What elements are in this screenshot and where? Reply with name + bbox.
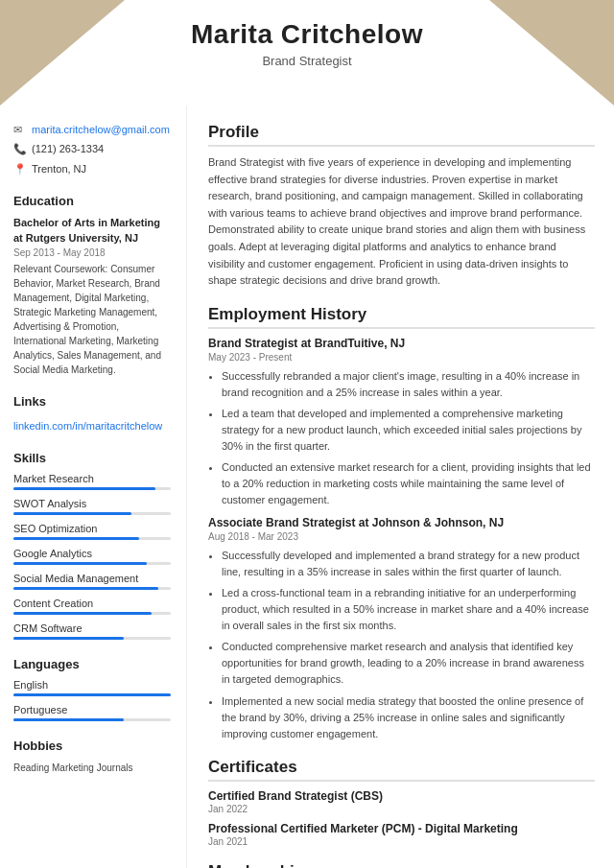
employment-section-title: Employment History [208, 305, 595, 329]
skill-swot: SWOT Analysis [13, 498, 171, 515]
skill-crm: CRM Software [13, 622, 171, 640]
skill-bar-fill-crm [13, 637, 124, 640]
job-2-dates: Aug 2018 - Mar 2023 [208, 531, 595, 542]
cert-2: Professional Certified Marketer (PCM) - … [208, 822, 595, 847]
skill-bar-fill-seo [13, 537, 139, 540]
skill-bar-fill-content-creation [13, 612, 152, 615]
job-1-dates: May 2023 - Present [208, 352, 595, 363]
resume-container: Marita Critchelow Brand Strategist ✉ mar… [0, 0, 614, 868]
profile-section-title: Profile [208, 123, 595, 147]
education-section: Education Bachelor of Arts in Marketing … [13, 194, 171, 377]
job-1: Brand Strategist at BrandTuitive, NJ May… [208, 337, 595, 508]
location-item: 📍 Trenton, NJ [13, 162, 171, 176]
job-2-bullet-3: Conducted comprehensive market research … [222, 639, 595, 688]
skill-bar-bg-social-media [13, 587, 171, 590]
phone-number: (121) 263-1334 [32, 142, 104, 156]
header-text: Marita Critchelow Brand Strategist [0, 19, 614, 68]
lang-bar-fill-english [13, 693, 171, 696]
skill-bar-bg-market-research [13, 487, 171, 490]
skills-title: Skills [13, 451, 171, 465]
sidebar: ✉ marita.critchelow@gmail.com 📞 (121) 26… [0, 106, 187, 868]
cert-1: Certified Brand Strategist (CBS) Jan 202… [208, 789, 595, 814]
job-2-title: Associate Brand Strategist at Johnson & … [208, 516, 595, 529]
lang-bar-bg-english [13, 693, 171, 696]
skill-label-social-media: Social Media Management [13, 573, 171, 584]
skill-bar-bg-google-analytics [13, 562, 171, 565]
job-1-bullet-1: Successfully rebranded a major client's … [222, 368, 595, 401]
job-2-bullet-4: Implemented a new social media strategy … [222, 693, 595, 742]
location-text: Trenton, NJ [32, 162, 86, 176]
skill-bar-bg-crm [13, 637, 171, 640]
education-title: Education [13, 194, 171, 208]
job-2-bullet-2: Led a cross-functional team in a rebrand… [222, 585, 595, 634]
skill-seo: SEO Optimization [13, 523, 171, 540]
hobbies-text: Reading Marketing Journals [13, 761, 171, 775]
profile-section: Profile Brand Strategist with five years… [208, 123, 595, 290]
skill-label-seo: SEO Optimization [13, 523, 171, 534]
skill-social-media: Social Media Management [13, 573, 171, 590]
languages-section: Languages English Portuguese [13, 657, 171, 721]
languages-title: Languages [13, 657, 171, 671]
memberships-section-title: Memberships [208, 862, 595, 868]
skill-label-content-creation: Content Creation [13, 598, 171, 609]
skill-bar-bg-content-creation [13, 612, 171, 615]
linkedin-link[interactable]: linkedin.com/in/maritacritchelow [13, 420, 162, 432]
candidate-name: Marita Critchelow [0, 19, 614, 50]
memberships-section: Memberships American Marketing Associati… [208, 862, 595, 868]
contact-section: ✉ marita.critchelow@gmail.com 📞 (121) 26… [13, 123, 171, 176]
lang-english: English [13, 679, 171, 696]
edu-degree: Bachelor of Arts in Marketing at Rutgers… [13, 216, 171, 246]
hobbies-title: Hobbies [13, 739, 171, 753]
job-2-bullets: Successfully developed and implemented a… [208, 548, 595, 742]
cert-2-date: Jan 2021 [208, 836, 595, 847]
lang-bar-fill-portuguese [13, 718, 124, 721]
phone-item: 📞 (121) 263-1334 [13, 142, 171, 156]
certificates-section-title: Certificates [208, 758, 595, 782]
cert-2-name: Professional Certified Marketer (PCM) - … [208, 822, 595, 835]
edu-courses: Relevant Coursework: Consumer Behavior, … [13, 262, 171, 377]
skill-bar-bg-swot [13, 512, 171, 515]
email-item: ✉ marita.critchelow@gmail.com [13, 123, 171, 137]
skill-label-swot: SWOT Analysis [13, 498, 171, 509]
hobbies-section: Hobbies Reading Marketing Journals [13, 739, 171, 775]
lang-label-portuguese: Portuguese [13, 704, 171, 716]
email-icon: ✉ [13, 123, 27, 137]
skill-bar-fill-social-media [13, 587, 158, 590]
skill-market-research: Market Research [13, 473, 171, 490]
links-section: Links linkedin.com/in/maritacritchelow [13, 394, 171, 434]
employment-section: Employment History Brand Strategist at B… [208, 305, 595, 742]
lang-bar-bg-portuguese [13, 718, 171, 721]
job-1-bullets: Successfully rebranded a major client's … [208, 368, 595, 508]
edu-dates: Sep 2013 - May 2018 [13, 247, 171, 258]
links-title: Links [13, 394, 171, 409]
skills-section: Skills Market Research SWOT Analysis SEO… [13, 451, 171, 640]
email-link[interactable]: marita.critchelow@gmail.com [32, 123, 170, 137]
skill-label-crm: CRM Software [13, 622, 171, 634]
lang-portuguese: Portuguese [13, 704, 171, 721]
job-1-title: Brand Strategist at BrandTuitive, NJ [208, 337, 595, 350]
body-area: ✉ marita.critchelow@gmail.com 📞 (121) 26… [0, 106, 614, 868]
candidate-title: Brand Strategist [0, 54, 614, 68]
skill-bar-bg-seo [13, 537, 171, 540]
main-content: Profile Brand Strategist with five years… [187, 106, 614, 868]
skill-bar-fill-swot [13, 512, 131, 515]
skill-content-creation: Content Creation [13, 598, 171, 615]
skill-label-market-research: Market Research [13, 473, 171, 484]
skill-bar-fill-google-analytics [13, 562, 147, 565]
location-icon: 📍 [13, 162, 27, 176]
profile-text: Brand Strategist with five years of expe… [208, 154, 595, 290]
job-1-bullet-2: Led a team that developed and implemente… [222, 406, 595, 455]
certificates-section: Certificates Certified Brand Strategist … [208, 758, 595, 847]
skill-google-analytics: Google Analytics [13, 548, 171, 565]
job-2: Associate Brand Strategist at Johnson & … [208, 516, 595, 742]
cert-1-date: Jan 2022 [208, 804, 595, 814]
cert-1-name: Certified Brand Strategist (CBS) [208, 789, 595, 803]
lang-label-english: English [13, 679, 171, 691]
job-1-bullet-3: Conducted an extensive market research f… [222, 459, 595, 508]
phone-icon: 📞 [13, 142, 27, 156]
skill-label-google-analytics: Google Analytics [13, 548, 171, 559]
linkedin-link-item: linkedin.com/in/maritacritchelow [13, 416, 171, 434]
skill-bar-fill-market-research [13, 487, 155, 490]
header: Marita Critchelow Brand Strategist [0, 0, 614, 106]
job-2-bullet-1: Successfully developed and implemented a… [222, 548, 595, 580]
